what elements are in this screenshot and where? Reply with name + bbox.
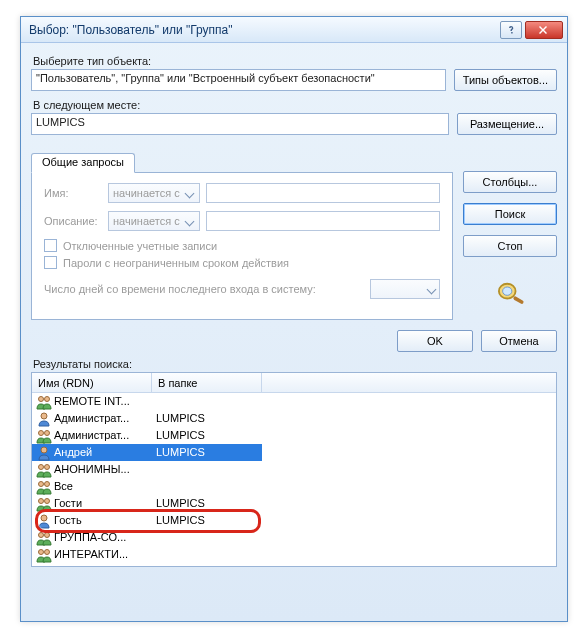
- row-name: АНОНИМНЫ...: [54, 461, 130, 478]
- row-folder: LUMPICS: [152, 410, 262, 427]
- table-row[interactable]: АНОНИМНЫ...: [32, 461, 556, 478]
- table-row[interactable]: АндрейLUMPICS: [32, 444, 556, 461]
- location-button[interactable]: Размещение...: [457, 113, 557, 135]
- name-op-select[interactable]: начинается с: [108, 183, 200, 203]
- name-input[interactable]: [206, 183, 440, 203]
- user-icon: [36, 445, 52, 461]
- row-name: Администрат...: [54, 410, 129, 427]
- search-icon: [491, 281, 529, 305]
- tab-common-queries[interactable]: Общие запросы: [31, 153, 135, 173]
- row-name: Гости: [54, 495, 82, 512]
- row-name: REMOTE INT...: [54, 393, 130, 410]
- table-row[interactable]: ГостиLUMPICS: [32, 495, 556, 512]
- svg-point-10: [45, 464, 50, 469]
- user-icon: [36, 411, 52, 427]
- objtype-field[interactable]: "Пользователь", "Группа" или "Встроенный…: [31, 69, 446, 91]
- location-field[interactable]: LUMPICS: [31, 113, 449, 135]
- svg-rect-2: [513, 296, 524, 305]
- desc-label: Описание:: [44, 215, 102, 227]
- table-row[interactable]: Администрат...LUMPICS: [32, 427, 556, 444]
- row-name: ИНТЕРАКТИ...: [54, 546, 128, 563]
- row-folder: [152, 393, 262, 410]
- help-button[interactable]: [500, 21, 522, 39]
- row-folder: [152, 529, 262, 546]
- svg-point-17: [45, 532, 50, 537]
- svg-point-8: [41, 447, 47, 453]
- objtypes-button[interactable]: Типы объектов...: [454, 69, 557, 91]
- results-list[interactable]: Имя (RDN) В папке REMOTE INT...Администр…: [31, 372, 557, 567]
- svg-point-11: [39, 481, 44, 486]
- queries-tabs: Общие запросы Имя: начинается с Описание…: [31, 153, 453, 320]
- svg-point-5: [41, 413, 47, 419]
- svg-point-16: [39, 532, 44, 537]
- help-icon: [506, 25, 516, 35]
- days-label: Число дней со времени последнего входа в…: [44, 283, 364, 295]
- table-row[interactable]: ГРУППА-СО...: [32, 529, 556, 546]
- row-folder: LUMPICS: [152, 427, 262, 444]
- desc-op-select[interactable]: начинается с: [108, 211, 200, 231]
- disabled-accounts-checkbox[interactable]: Отключенные учетные записи: [44, 239, 440, 252]
- group-icon: [36, 496, 52, 512]
- row-name: Администрат...: [54, 427, 129, 444]
- table-row[interactable]: REMOTE INT...: [32, 393, 556, 410]
- close-icon: [538, 25, 550, 35]
- stop-button[interactable]: Стоп: [463, 235, 557, 257]
- ok-button[interactable]: OK: [397, 330, 473, 352]
- group-icon: [36, 479, 52, 495]
- table-row[interactable]: ГостьLUMPICS: [32, 512, 556, 529]
- group-icon: [36, 462, 52, 478]
- svg-point-4: [45, 396, 50, 401]
- chevron-down-icon: [427, 284, 437, 294]
- svg-point-3: [39, 396, 44, 401]
- window-title: Выбор: "Пользователь" или "Группа": [29, 23, 497, 37]
- desc-input[interactable]: [206, 211, 440, 231]
- checkbox-icon: [44, 239, 57, 252]
- svg-point-12: [45, 481, 50, 486]
- cancel-button[interactable]: Отмена: [481, 330, 557, 352]
- days-select[interactable]: [370, 279, 440, 299]
- table-row[interactable]: Администрат...LUMPICS: [32, 410, 556, 427]
- chevron-down-icon: [185, 216, 195, 226]
- row-name: ГРУППА-СО...: [54, 529, 126, 546]
- user-icon: [36, 513, 52, 529]
- table-row[interactable]: Все: [32, 478, 556, 495]
- col-folder[interactable]: В папке: [152, 373, 262, 392]
- row-folder: LUMPICS: [152, 512, 262, 529]
- row-folder: LUMPICS: [152, 444, 262, 461]
- svg-point-1: [503, 287, 512, 295]
- svg-point-18: [39, 549, 44, 554]
- columns-button[interactable]: Столбцы...: [463, 171, 557, 193]
- close-button[interactable]: [525, 21, 563, 39]
- svg-point-19: [45, 549, 50, 554]
- svg-point-9: [39, 464, 44, 469]
- group-icon: [36, 547, 52, 563]
- results-header: Имя (RDN) В папке: [32, 373, 556, 393]
- svg-point-15: [41, 515, 47, 521]
- dialog-window: Выбор: "Пользователь" или "Группа" Выбер…: [20, 16, 568, 622]
- row-folder: [152, 546, 262, 563]
- titlebar[interactable]: Выбор: "Пользователь" или "Группа": [21, 17, 567, 43]
- svg-point-14: [45, 498, 50, 503]
- group-icon: [36, 530, 52, 546]
- row-folder: [152, 461, 262, 478]
- find-button[interactable]: Поиск: [463, 203, 557, 225]
- tab-panel: Имя: начинается с Описание: начинается с…: [31, 172, 453, 320]
- row-folder: LUMPICS: [152, 495, 262, 512]
- row-folder: [152, 478, 262, 495]
- chevron-down-icon: [185, 188, 195, 198]
- col-name[interactable]: Имя (RDN): [32, 373, 152, 392]
- results-label: Результаты поиска:: [33, 358, 557, 370]
- nonexp-pw-checkbox[interactable]: Пароли с неограниченным сроком действия: [44, 256, 440, 269]
- group-icon: [36, 428, 52, 444]
- col-empty[interactable]: [262, 373, 556, 392]
- svg-point-13: [39, 498, 44, 503]
- row-name: Андрей: [54, 444, 92, 461]
- name-label: Имя:: [44, 187, 102, 199]
- svg-point-7: [45, 430, 50, 435]
- objtype-label: Выберите тип объекта:: [33, 55, 557, 67]
- table-row[interactable]: ИНТЕРАКТИ...: [32, 546, 556, 563]
- row-name: Все: [54, 478, 73, 495]
- group-icon: [36, 394, 52, 410]
- loc-label: В следующем месте:: [33, 99, 557, 111]
- row-name: Гость: [54, 512, 82, 529]
